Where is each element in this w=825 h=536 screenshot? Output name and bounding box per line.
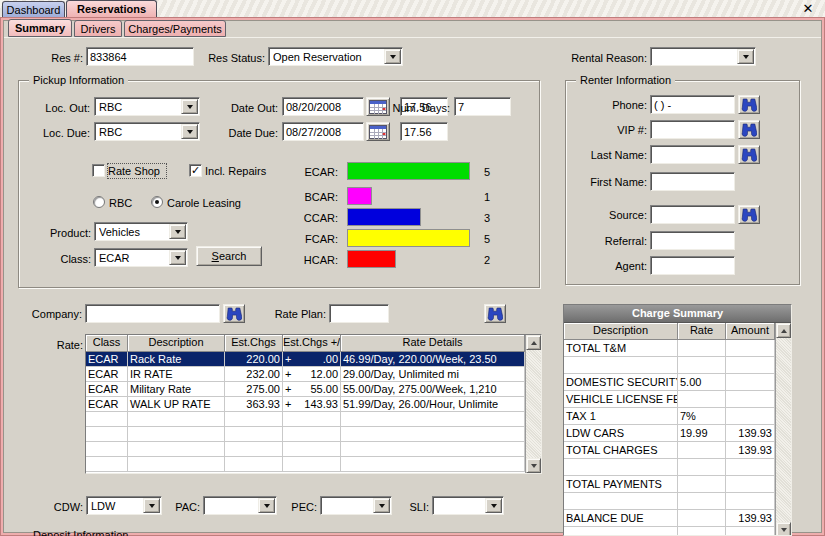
renter-information-title: Renter Information: [576, 74, 675, 87]
num-days-input[interactable]: 7: [454, 97, 511, 116]
last-name-input[interactable]: [650, 145, 735, 164]
sli-select[interactable]: [432, 496, 504, 515]
rate-row[interactable]: ECAR WALK UP RATE 363.93 +143.93 51.99/D…: [86, 397, 525, 412]
rate-plan-search-button[interactable]: [484, 304, 506, 323]
loc-out-value: RBC: [99, 99, 180, 115]
cdw-select[interactable]: LDW: [86, 496, 162, 515]
source-input[interactable]: [650, 205, 735, 224]
referral-input[interactable]: [650, 231, 735, 250]
charge-row: BALANCE DUE 139.93: [564, 510, 775, 527]
tab-drivers[interactable]: Drivers: [74, 20, 122, 37]
owner-carole-leasing-radio[interactable]: [151, 196, 163, 208]
owner-rbc-radio[interactable]: [93, 196, 105, 208]
date-due-input[interactable]: 08/27/2008: [282, 122, 364, 141]
cell-rate: [678, 493, 726, 510]
rate-col-rate-details[interactable]: Rate Details: [341, 335, 525, 352]
bar-value-bcar: 1: [484, 190, 500, 204]
chevron-down-icon[interactable]: [258, 498, 275, 513]
chevron-down-icon[interactable]: [169, 224, 186, 239]
cell-rate: [678, 442, 726, 459]
pac-select[interactable]: [203, 496, 277, 515]
pec-select[interactable]: [320, 496, 392, 515]
class-select[interactable]: ECAR: [94, 248, 188, 267]
date-due-calendar-button[interactable]: [366, 122, 390, 141]
chevron-down-icon[interactable]: [181, 99, 198, 114]
tab-reservations[interactable]: Reservations: [66, 0, 157, 17]
tab-dashboard[interactable]: Dashboard: [2, 1, 65, 17]
phone-input[interactable]: ( ) -: [650, 95, 735, 114]
rate-row-empty: [86, 457, 525, 472]
phone-search-button[interactable]: [738, 95, 760, 114]
charge-row: [564, 459, 775, 476]
cell-description: TOTAL CHARGES: [564, 442, 678, 459]
chevron-down-icon[interactable]: [181, 124, 198, 139]
cell-description: LDW CARS: [564, 425, 678, 442]
product-select[interactable]: Vehicles: [94, 222, 188, 241]
cell-est-chgs: 275.00: [225, 382, 283, 397]
tab-charges-payments[interactable]: Charges/Payments: [124, 20, 226, 37]
charge-col-rate[interactable]: Rate: [678, 323, 726, 340]
company-input[interactable]: [85, 304, 220, 323]
time-due-input[interactable]: 17.56: [400, 122, 448, 141]
charge-col-amount[interactable]: Amount: [726, 323, 775, 340]
scroll-down-icon[interactable]: [526, 458, 541, 473]
vip-search-button[interactable]: [738, 120, 760, 139]
first-name-input[interactable]: [650, 172, 735, 191]
chevron-down-icon[interactable]: [737, 49, 754, 64]
date-out-input[interactable]: 08/20/2008: [282, 97, 364, 116]
last-name-search-button[interactable]: [738, 145, 760, 164]
chevron-down-icon[interactable]: [485, 498, 502, 513]
rate-row-empty: [86, 442, 525, 457]
search-button[interactable]: Search: [196, 246, 262, 266]
rate-row-empty: [86, 412, 525, 427]
chevron-down-icon[interactable]: [143, 498, 160, 513]
bar-value-ccar: 3: [484, 211, 500, 225]
owner-carole-leasing-label[interactable]: Carole Leasing: [167, 196, 251, 210]
scroll-up-icon[interactable]: [776, 323, 791, 338]
agent-input[interactable]: [650, 256, 735, 275]
bar-label-ccar: CCAR:: [292, 211, 338, 225]
company-search-button[interactable]: [223, 304, 245, 323]
chevron-down-icon[interactable]: [169, 250, 186, 265]
cell-description: TOTAL T&M: [564, 340, 678, 357]
cell-amount: [726, 493, 775, 510]
rate-plan-input[interactable]: [329, 304, 389, 323]
incl-repairs-checkbox[interactable]: ✓: [189, 164, 202, 177]
charge-col-description[interactable]: Description: [564, 323, 678, 340]
res-status-select[interactable]: Open Reservation: [268, 47, 403, 66]
cell-est-chgs-delta: +12.00: [283, 367, 341, 382]
scroll-up-icon[interactable]: [526, 335, 541, 350]
product-value: Vehicles: [99, 224, 168, 240]
cell-description: IR RATE: [128, 367, 225, 382]
rate-col-description[interactable]: Description: [128, 335, 225, 352]
rate-row[interactable]: ECAR IR RATE 232.00 +12.00 29.00/Day, Un…: [86, 367, 525, 382]
rate-col-est-chgs[interactable]: Est.Chgs: [225, 335, 283, 352]
first-name-label: First Name:: [570, 175, 647, 189]
rate-table-scrollbar[interactable]: [525, 335, 541, 473]
rate-row[interactable]: ECAR Military Rate 275.00 +55.00 55.00/D…: [86, 382, 525, 397]
cell-rate: [678, 476, 726, 493]
rate-col-class[interactable]: Class: [86, 335, 128, 352]
close-icon[interactable]: ✕: [799, 1, 817, 16]
loc-out-select[interactable]: RBC: [94, 97, 200, 116]
charge-summary-scrollbar[interactable]: [775, 323, 791, 536]
rate-row[interactable]: ECAR Rack Rate 220.00 +.00 46.99/Day, 22…: [86, 352, 525, 367]
rate-shop-checkbox[interactable]: [92, 164, 105, 177]
scroll-down-icon[interactable]: [776, 522, 791, 536]
rate-col-est-chgs-delta[interactable]: Est.Chgs +/-: [283, 335, 341, 352]
date-out-calendar-button[interactable]: [366, 97, 390, 116]
vip-input[interactable]: [650, 120, 735, 139]
bar-ccar: [347, 208, 421, 226]
owner-rbc-label[interactable]: RBC: [109, 196, 139, 210]
incl-repairs-label[interactable]: Incl. Repairs: [205, 164, 275, 178]
binoculars-icon: [226, 306, 242, 321]
loc-due-select[interactable]: RBC: [94, 122, 200, 141]
bar-value-hcar: 2: [484, 253, 500, 267]
chevron-down-icon[interactable]: [373, 498, 390, 513]
res-number-input[interactable]: 833864: [86, 47, 194, 66]
rental-reason-select[interactable]: [650, 47, 756, 66]
tab-summary[interactable]: Summary: [8, 19, 72, 37]
rate-shop-label[interactable]: Rate Shop: [108, 164, 166, 178]
chevron-down-icon[interactable]: [384, 49, 401, 64]
source-search-button[interactable]: [738, 205, 760, 224]
